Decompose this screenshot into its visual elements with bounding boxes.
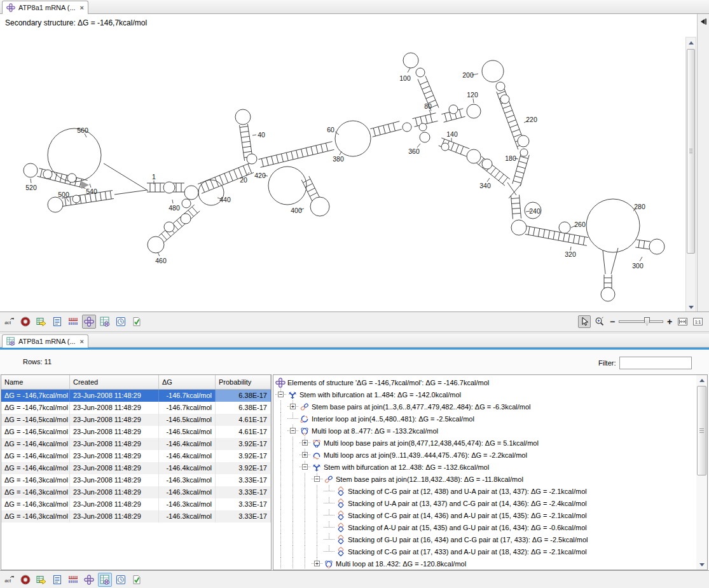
tree-guide [299, 521, 311, 533]
tree-item[interactable]: −Stem with bifurcation at 1..484: ΔG = -… [275, 388, 696, 400]
table-row[interactable]: ΔG = -146,7kcal/mol23-Jun-2008 11:48:29-… [1, 390, 271, 402]
svg-text:120: 120 [467, 91, 478, 99]
structure-table-icon [6, 337, 15, 346]
tree-guide [287, 509, 299, 521]
tab-close-icon[interactable]: × [80, 4, 84, 11]
tab-close-icon[interactable]: × [80, 338, 84, 345]
table-row[interactable]: ΔG = -146,4kcal/mol23-Jun-2008 11:48:29-… [1, 450, 271, 462]
tool-report-icon[interactable] [130, 315, 144, 329]
scrollbar-track[interactable] [696, 385, 707, 559]
tool-structure-table-icon[interactable] [98, 315, 112, 329]
zoom-slider-thumb[interactable] [644, 317, 650, 325]
table-cell: ΔG = -146,4kcal/mol [1, 450, 70, 462]
tree-plus-toggle[interactable]: + [314, 561, 320, 566]
column-header-4[interactable]: Probability [216, 375, 271, 389]
tool-circular-icon[interactable] [18, 315, 32, 329]
tree-guide [287, 437, 299, 449]
tool-structure-icon[interactable] [82, 315, 96, 329]
structure-vertical-scrollbar[interactable] [685, 37, 696, 313]
tree-item[interactable]: Elements of structure 'ΔG = -146,7kcal/m… [275, 376, 696, 388]
scrollbar-thumb[interactable] [697, 386, 706, 475]
scroll-up-button[interactable] [686, 38, 696, 48]
table-row[interactable]: ΔG = -146,4kcal/mol23-Jun-2008 11:48:29-… [1, 462, 271, 474]
tree-connector: − [287, 425, 299, 437]
rna-structure-drawing[interactable]: 1204060801001201401802002202402602803003… [0, 14, 685, 311]
arrow-down-icon [689, 306, 694, 309]
table-row[interactable]: ΔG = -146,5kcal/mol23-Jun-2008 11:48:29-… [1, 426, 271, 438]
zoom-out-button[interactable]: − [609, 317, 616, 327]
tool-table-export-icon[interactable] [34, 573, 48, 587]
table-row[interactable]: ΔG = -146,3kcal/mol23-Jun-2008 11:48:29-… [1, 486, 271, 498]
scroll-down-button[interactable] [696, 559, 707, 570]
zoom-in-button[interactable]: + [666, 317, 673, 327]
tree-guide [275, 400, 287, 413]
table-row[interactable]: ΔG = -146,5kcal/mol23-Jun-2008 11:48:29-… [1, 414, 271, 426]
tree-item[interactable]: Stacking of U-A pair at (13, 437) and C-… [275, 497, 696, 509]
tree-plus-toggle[interactable]: + [302, 440, 308, 446]
scrollbar-thumb[interactable] [687, 49, 695, 254]
tree-minus-toggle[interactable]: − [302, 464, 308, 470]
tree-item[interactable]: −Multi loop at 8..477: ΔG = -133.2kcal/m… [275, 425, 696, 437]
tool-structure-table-icon[interactable] [98, 573, 112, 587]
table-row[interactable]: ΔG = -146,3kcal/mol23-Jun-2008 11:48:29-… [1, 498, 271, 510]
scroll-up-button[interactable] [696, 375, 707, 385]
table-row[interactable]: ΔG = -146,7kcal/mol23-Jun-2008 11:48:29-… [1, 402, 271, 414]
tree-item[interactable]: Stacking of C-G pair at (12, 438) and U-… [275, 485, 696, 497]
svg-text:500: 500 [58, 191, 69, 198]
tab-atp8a1-structure[interactable]: ATP8a1 mRNA (... × [2, 1, 88, 14]
tree-item[interactable]: +Stem base pairs at join(1..3,6..8,477..… [275, 400, 696, 413]
tree-vertical-scrollbar[interactable] [696, 375, 707, 570]
fit-width-button[interactable] [676, 315, 689, 328]
scrollbar-track[interactable] [686, 48, 696, 302]
structure-view-canvas[interactable]: Secondary structure: ΔG = -146,7kcal/mol… [0, 14, 697, 311]
tree-plus-toggle[interactable]: + [290, 404, 296, 409]
pointer-tool-icon[interactable] [578, 315, 591, 328]
table-row[interactable]: ΔG = -146,3kcal/mol23-Jun-2008 11:48:29-… [1, 474, 271, 486]
tree-item[interactable]: Interior loop at join(4..5,480..481): ΔG… [275, 413, 696, 425]
tree-item[interactable]: −Stem base pairs at join(12..18,432..438… [275, 473, 696, 485]
table-cell: ΔG = -146,7kcal/mol [1, 390, 70, 402]
tree-minus-toggle[interactable]: − [314, 476, 320, 482]
tool-history-icon[interactable] [114, 573, 128, 587]
tool-text-icon[interactable] [50, 315, 64, 329]
structure-header: Secondary structure: ΔG = -146,7kcal/mol [5, 18, 147, 27]
filter-input[interactable] [619, 357, 692, 369]
zoom-tool-icon[interactable] [593, 315, 606, 328]
tool-sequence-icon[interactable] [3, 315, 17, 329]
tree-item[interactable]: Stacking of G-U pair at (16, 434) and C-… [275, 533, 696, 545]
tab-atp8a1-table[interactable]: ATP8a1 mRNA (... × [2, 334, 88, 348]
zoom-slider[interactable] [619, 317, 663, 326]
zoom-slider-track[interactable] [619, 320, 663, 323]
tree-item[interactable]: +Multi loop at 18..432: ΔG = -120.8kcal/… [275, 557, 696, 569]
tree-guide [275, 449, 287, 461]
tool-structure-icon[interactable] [82, 573, 96, 587]
tool-history-icon[interactable] [114, 315, 128, 329]
table-row[interactable]: ΔG = -146,4kcal/mol23-Jun-2008 11:48:29-… [1, 438, 271, 450]
tree-plus-toggle[interactable]: + [302, 452, 308, 458]
tree-item[interactable]: −Stem with bifurcation at 12..438: ΔG = … [275, 461, 696, 473]
svg-text:320: 320 [565, 250, 576, 258]
tool-alignment-icon[interactable] [66, 315, 80, 329]
tree-minus-toggle[interactable]: − [290, 428, 296, 434]
column-header-2[interactable]: Created [70, 375, 159, 389]
column-header-3[interactable]: ΔG [159, 375, 216, 389]
tree-item[interactable]: +Multi loop base pairs at join(8,477,12,… [275, 437, 696, 449]
tool-text-icon[interactable] [50, 573, 64, 587]
column-header-1[interactable]: Name [1, 375, 70, 389]
actual-size-button[interactable] [691, 315, 704, 328]
side-panel-toggle-icon[interactable] [699, 17, 708, 26]
tree-item[interactable]: Stacking of C-G pair at (17, 433) and A-… [275, 545, 696, 557]
tool-alignment-icon[interactable] [66, 573, 80, 587]
svg-text:360: 360 [408, 147, 420, 155]
scroll-down-button[interactable] [686, 302, 696, 312]
table-row[interactable]: ΔG = -146,3kcal/mol23-Jun-2008 11:48:29-… [1, 510, 271, 523]
tool-circular-icon[interactable] [18, 573, 32, 587]
tree-item[interactable]: Stacking of C-G pair at (14, 436) and A-… [275, 509, 696, 521]
tree-item[interactable]: Stacking of A-U pair at (15, 435) and G-… [275, 521, 696, 533]
table-edit or-panel: ATP8a1 mRNA (... × Rows: 11 Filter: Name… [0, 334, 709, 588]
tool-report-icon[interactable] [130, 573, 144, 587]
tool-table-export-icon[interactable] [34, 315, 48, 329]
tool-sequence-icon[interactable] [3, 573, 17, 587]
tree-minus-toggle[interactable]: − [278, 392, 284, 397]
tree-item[interactable]: +Multi loop arcs at join(9..11,439..444,… [275, 449, 696, 461]
